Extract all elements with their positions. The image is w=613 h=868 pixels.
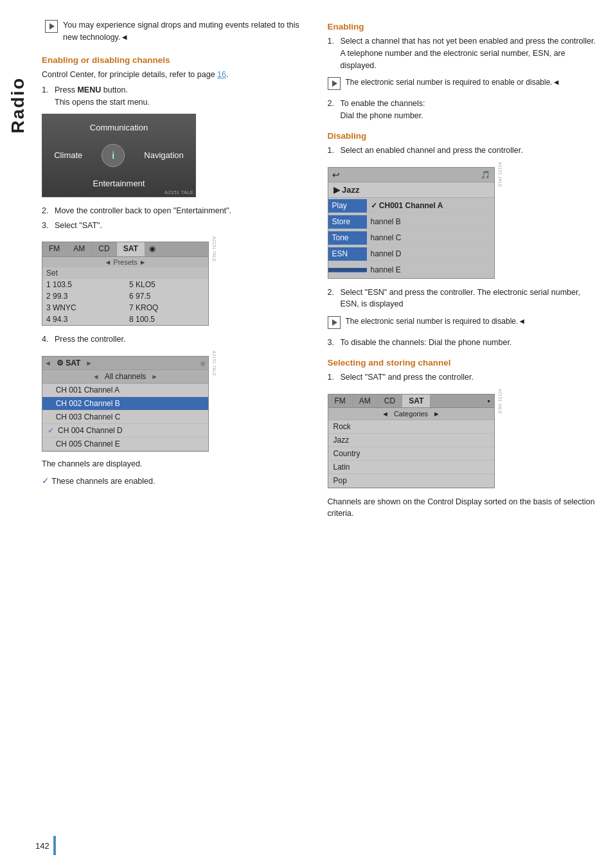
sat-presets-nav[interactable]: ◄ Presets ► bbox=[42, 257, 208, 267]
step-num-1: 1. bbox=[42, 84, 51, 109]
jazz-row-play: Play ✓ CH001 Channel A bbox=[328, 198, 494, 214]
ch-label-005: CH 005 Channel E bbox=[56, 439, 120, 448]
section-heading-enabling: Enabling bbox=[328, 22, 601, 31]
jazz-row-store: Store hannel B bbox=[328, 214, 494, 230]
enabling-note-play-icon bbox=[328, 77, 341, 90]
page-number-area: 142 bbox=[35, 836, 56, 855]
cat-item-jazz[interactable]: Jazz bbox=[328, 434, 494, 447]
cat-tab-cd[interactable]: CD bbox=[378, 394, 402, 407]
comm-photo-credit: A2151 7ALE bbox=[164, 190, 193, 195]
sat-photo-credit-1: A2151 7ALE bbox=[212, 236, 217, 261]
step-2-content: Move the controller back to open "Entert… bbox=[55, 205, 315, 217]
enabling-step-num-2: 2. bbox=[328, 98, 337, 122]
enabling-step-2-content: To enable the channels:Dial the phone nu… bbox=[341, 98, 601, 122]
disabling-step-3-content: To disable the channels: Dial the phone … bbox=[341, 337, 601, 349]
jazz-menu-esn[interactable]: ESN bbox=[328, 247, 367, 261]
disabling-note-triangle bbox=[332, 319, 337, 326]
ch-row-001[interactable]: CH 001 Channel A bbox=[42, 384, 208, 397]
comm-middle-row: Climate i Navigation bbox=[54, 144, 184, 167]
step-1-content: Press MENU button. This opens the start … bbox=[55, 84, 315, 109]
disabling-section: Disabling 1. Select an enabled channel a… bbox=[328, 131, 601, 349]
ch-label-002: CH 002 Channel B bbox=[56, 399, 120, 408]
tab-am[interactable]: AM bbox=[67, 242, 92, 256]
play-icon bbox=[45, 20, 58, 33]
section-heading-disabling: Disabling bbox=[328, 131, 601, 141]
ch-check-005 bbox=[48, 439, 52, 448]
sat-set-label: Set bbox=[42, 267, 208, 279]
comm-center-icon: i bbox=[102, 144, 125, 167]
right-column: Enabling 1. Select a channel that has no… bbox=[328, 19, 601, 849]
page-section-title: Radio bbox=[8, 77, 28, 134]
jazz-menu-play[interactable]: Play bbox=[328, 199, 367, 213]
all-channels-mockup: ◄ ⚙ SAT ► ◉ ◄ All channels ► CH 001 Chan… bbox=[42, 356, 209, 452]
page-number: 142 bbox=[35, 841, 49, 851]
jazz-ch-d: hannel D bbox=[367, 247, 494, 261]
sat-channels-grid: 1 103.5 5 KLO5 2 99.3 6 97.5 3 WNYC 7 KR… bbox=[42, 279, 208, 325]
sat-nav-right-arrow: ► bbox=[85, 359, 93, 367]
sat-ch-2-2: 6 97.5 bbox=[125, 290, 208, 302]
page-link[interactable]: 16 bbox=[217, 70, 226, 79]
jazz-mockup-wrapper: ↩ 🎵 ▶ Jazz Play ✓ CH001 Channel A Store bbox=[328, 162, 495, 287]
ch-row-002[interactable]: CH 002 Channel B bbox=[42, 397, 208, 411]
section-heading-selecting: Selecting and storing channel bbox=[328, 358, 601, 368]
enabling-step-1-content: Select a channel that has not yet been e… bbox=[341, 35, 601, 71]
jazz-ch-e: hannel E bbox=[367, 263, 494, 277]
disabling-note-text: The electronic serial number is required… bbox=[346, 315, 526, 327]
comm-left-label: Climate bbox=[54, 150, 82, 160]
cat-tab-fm[interactable]: FM bbox=[328, 394, 353, 407]
disabling-step-num-2: 2. bbox=[328, 287, 337, 311]
tab-cd[interactable]: CD bbox=[92, 242, 116, 256]
steps-list-1: 1. Press MENU button. This opens the sta… bbox=[42, 84, 315, 109]
selecting-section: Selecting and storing channel 1. Select … bbox=[328, 358, 601, 520]
jazz-menu-tone[interactable]: Tone bbox=[328, 231, 367, 245]
disabling-note-play-icon bbox=[328, 316, 341, 329]
ch-row-003[interactable]: CH 003 Channel C bbox=[42, 411, 208, 424]
play-triangle-shape bbox=[49, 23, 55, 30]
step-2: 2. Move the controller back to open "Ent… bbox=[42, 205, 315, 217]
selecting-steps: 1. Select "SAT" and press the controller… bbox=[328, 371, 601, 384]
jazz-menu-store[interactable]: Store bbox=[328, 215, 367, 229]
ch-label-003: CH 003 Channel C bbox=[56, 412, 121, 421]
ch-check-002 bbox=[48, 399, 52, 408]
tab-sat[interactable]: SAT bbox=[117, 242, 145, 256]
ch-check-004: ✓ bbox=[48, 426, 54, 435]
channels-note-1: The channels are displayed. bbox=[42, 458, 315, 470]
sat-ch-2-1: 2 99.3 bbox=[42, 290, 125, 302]
cat-item-country[interactable]: Country bbox=[328, 447, 494, 461]
disabling-step-2-content: Select "ESN" and press the controller. T… bbox=[341, 287, 601, 311]
step-1: 1. Press MENU button. This opens the sta… bbox=[42, 84, 315, 109]
ch-row-005[interactable]: CH 005 Channel E bbox=[42, 438, 208, 451]
channels-note-2: ✓ These channels are enabled. bbox=[42, 474, 315, 488]
disabling-step-3: 3. To disable the channels: Dial the pho… bbox=[328, 337, 601, 349]
selecting-step-1-content: Select "SAT" and press the controller. bbox=[341, 371, 601, 384]
sat-list-mockup: FM AM CD SAT ◉ ◄ Presets ► Set 1 103.5 5… bbox=[42, 242, 209, 326]
cat-item-rock[interactable]: Rock bbox=[328, 420, 494, 434]
sat-nav-top: ◄ ⚙ SAT ► ◉ bbox=[42, 357, 208, 370]
step-4: 4. Press the controller. bbox=[42, 333, 315, 346]
jazz-mockup: ↩ 🎵 ▶ Jazz Play ✓ CH001 Channel A Store bbox=[328, 167, 495, 279]
cat-item-pop[interactable]: Pop bbox=[328, 474, 494, 488]
jazz-row-tone: Tone hannel C bbox=[328, 230, 494, 246]
selecting-step-num-1: 1. bbox=[328, 371, 337, 384]
disabling-note: The electronic serial number is required… bbox=[328, 315, 601, 329]
ch-label-001: CH 001 Channel A bbox=[56, 385, 120, 394]
jazz-label: ▶ Jazz bbox=[328, 182, 494, 198]
cat-nav-right-arrow: ► bbox=[433, 410, 440, 418]
disabling-step-1-content: Select an enabled channel and press the … bbox=[341, 145, 601, 157]
disabling-steps: 1. Select an enabled channel and press t… bbox=[328, 145, 601, 157]
enabling-step-1: 1. Select a channel that has not yet bee… bbox=[328, 35, 601, 71]
tab-fm[interactable]: FM bbox=[42, 242, 67, 256]
cat-item-latin[interactable]: Latin bbox=[328, 461, 494, 474]
cat-nav-left-arrow: ◄ bbox=[382, 410, 389, 418]
comm-top-label: Communication bbox=[90, 123, 148, 132]
ch-row-004[interactable]: ✓ CH 004 Channel D bbox=[42, 424, 208, 438]
sat-ch-3-2: 7 KROQ bbox=[125, 302, 208, 314]
cat-tab-sat[interactable]: SAT bbox=[402, 394, 431, 407]
jazz-header-row: ↩ 🎵 bbox=[328, 168, 494, 182]
jazz-photo-credit: A2151 1ALE bbox=[498, 162, 502, 187]
cat-photo-credit: A2151 1ALE bbox=[498, 389, 502, 414]
cat-tab-am[interactable]: AM bbox=[353, 394, 378, 407]
jazz-ch-b: hannel B bbox=[367, 215, 494, 229]
jazz-back-icon[interactable]: ↩ bbox=[332, 170, 340, 180]
main-content-area: You may experience signal drops and muti… bbox=[35, 0, 613, 868]
